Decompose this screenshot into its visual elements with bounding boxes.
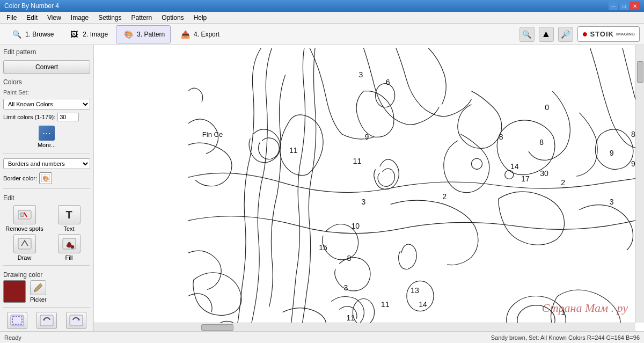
svg-text:8: 8 xyxy=(631,130,635,138)
zoom-button[interactable]: 🔎 xyxy=(558,27,573,42)
menu-pattern[interactable]: Pattern xyxy=(127,13,157,23)
minimize-button[interactable]: ─ xyxy=(609,2,618,10)
border-color-label: Border color: xyxy=(3,175,37,181)
menu-settings[interactable]: Settings xyxy=(94,13,126,23)
vscroll-thumb[interactable] xyxy=(637,61,643,83)
svg-text:11: 11 xyxy=(347,313,355,322)
remove-spots-tool[interactable]: Remove spots xyxy=(3,205,46,232)
border-color-picker[interactable]: 🎨 xyxy=(39,172,52,184)
svg-text:17: 17 xyxy=(521,174,530,183)
svg-text:6: 6 xyxy=(386,78,390,86)
colors-label: Colors xyxy=(3,78,90,86)
svg-point-7 xyxy=(71,245,74,249)
svg-text:0: 0 xyxy=(545,103,549,112)
svg-text:11: 11 xyxy=(353,157,362,165)
hscroll-thumb[interactable] xyxy=(201,324,233,331)
svg-text:15: 15 xyxy=(319,243,327,252)
horizontal-scrollbar[interactable] xyxy=(94,323,635,331)
step-browse-label: 1. Browse xyxy=(25,31,54,38)
limit-colors-row: Limit colors (1-179): xyxy=(3,113,90,121)
ready-label: Ready xyxy=(4,334,21,341)
step-browse[interactable]: 🔍 1. Browse xyxy=(4,25,60,43)
svg-text:3: 3 xyxy=(343,283,348,292)
svg-rect-11 xyxy=(40,315,53,326)
app-title: Color By Number 4 xyxy=(4,2,59,10)
menu-help[interactable]: Help xyxy=(189,13,211,23)
color-info: Sandy brown, Set: All Known Colors R=244… xyxy=(491,334,640,341)
undo-icon xyxy=(36,312,57,329)
remove-spots-icon xyxy=(13,205,36,224)
remove-spots-label: Remove spots xyxy=(5,225,43,232)
export-icon: 📤 xyxy=(179,28,192,41)
drawing-color-swatch[interactable] xyxy=(3,280,26,303)
select-icon xyxy=(7,312,27,329)
svg-text:9: 9 xyxy=(631,159,635,168)
svg-text:8: 8 xyxy=(499,133,503,141)
canvas-area[interactable]: 3 6 0 8 8 8 9 9 11 9 11 14 17 30 2 xyxy=(94,45,644,331)
svg-text:2: 2 xyxy=(561,178,565,187)
svg-point-3 xyxy=(20,213,24,217)
draw-tool[interactable]: Draw xyxy=(3,234,46,261)
draw-icon xyxy=(13,234,36,253)
window-controls: ─ □ ✕ xyxy=(609,2,640,10)
picker-tool[interactable]: Picker xyxy=(30,280,47,303)
svg-text:3: 3 xyxy=(610,198,614,206)
borders-select[interactable]: Borders and numbers Borders only Numbers… xyxy=(3,158,90,169)
svg-text:14: 14 xyxy=(510,162,519,171)
svg-point-8 xyxy=(34,290,36,292)
convert-button[interactable]: Convert xyxy=(3,60,90,74)
close-button[interactable]: ✕ xyxy=(630,2,640,10)
toolbar-right: 🔍 ▲ 🔎 ● STOIK IMAGING xyxy=(519,26,640,42)
image-icon: 🖼 xyxy=(68,28,80,41)
triangle-tool-button[interactable]: ▲ xyxy=(539,27,554,42)
panel-title: Edit pattern xyxy=(3,48,90,56)
undo-label: Undo xyxy=(40,330,54,331)
undo-tool[interactable]: Undo xyxy=(33,312,60,331)
text-tool[interactable]: T Text xyxy=(48,205,90,232)
status-right: Sandy brown, Set: All Known Colors R=244… xyxy=(491,334,640,341)
picker-icon xyxy=(30,280,46,295)
more-button[interactable]: ⋯ More... xyxy=(38,126,56,148)
paint-set-label: Paint Set: xyxy=(3,89,90,96)
toolbar: 🔍 1. Browse 🖼 2. Image 🎨 3. Pattern 📤 4.… xyxy=(0,24,644,45)
border-color-row: Border color: 🎨 xyxy=(3,172,90,184)
menu-options[interactable]: Options xyxy=(157,13,188,23)
bottom-tools-grid: Select Undo xyxy=(3,312,90,331)
svg-text:30: 30 xyxy=(540,169,548,178)
fill-tool[interactable]: Fill xyxy=(48,234,90,261)
drawing-color-row: Picker xyxy=(3,280,90,303)
vertical-scrollbar[interactable] xyxy=(635,45,644,323)
text-label: Text xyxy=(63,225,74,232)
paint-set-select[interactable]: All Known Colors Custom Set xyxy=(3,99,90,110)
step-export-label: 4. Export xyxy=(194,31,219,38)
step-export[interactable]: 📤 4. Export xyxy=(173,25,225,43)
drawing-color-label: Drawing color xyxy=(3,271,90,279)
menu-image[interactable]: Image xyxy=(67,13,93,23)
stoik-logo: ● STOIK IMAGING xyxy=(577,26,640,42)
svg-text:9: 9 xyxy=(610,149,614,157)
fill-label: Fill xyxy=(65,254,72,261)
fill-icon xyxy=(58,234,80,253)
pattern-icon: 🎨 xyxy=(122,28,135,41)
svg-text:3: 3 xyxy=(362,198,366,206)
more-label: More... xyxy=(38,142,56,148)
menu-edit[interactable]: Edit xyxy=(22,13,42,23)
divider-2 xyxy=(3,188,90,189)
svg-text:🎨: 🎨 xyxy=(42,175,49,182)
svg-text:10: 10 xyxy=(352,222,360,230)
svg-text:8: 8 xyxy=(347,254,351,262)
menu-view[interactable]: View xyxy=(43,13,65,23)
redo-tool[interactable]: Redo xyxy=(63,312,90,331)
limit-input[interactable] xyxy=(57,113,79,121)
select-tool[interactable]: Select xyxy=(3,312,31,331)
picker-label: Picker xyxy=(30,296,47,303)
step-image[interactable]: 🖼 2. Image xyxy=(62,25,114,43)
maximize-button[interactable]: □ xyxy=(619,2,629,10)
menu-file[interactable]: File xyxy=(2,13,21,23)
borders-row: Borders and numbers Borders only Numbers… xyxy=(3,158,90,169)
draw-label: Draw xyxy=(18,254,32,261)
step-pattern[interactable]: 🎨 3. Pattern xyxy=(116,25,171,43)
svg-text:9: 9 xyxy=(365,133,369,141)
svg-text:Fin Ce: Fin Ce xyxy=(202,130,223,138)
search-tool-button[interactable]: 🔍 xyxy=(519,27,535,42)
